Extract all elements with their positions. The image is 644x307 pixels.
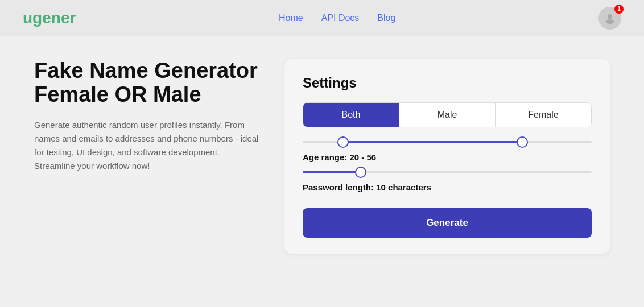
svg-point-1 [606,19,614,24]
password-range-thumb[interactable] [355,167,366,178]
age-range-slider-container [303,141,592,143]
generate-button[interactable]: Generate [303,208,592,238]
password-range-fill [303,171,361,173]
gender-male-button[interactable]: Male [399,103,496,127]
password-range-track [303,171,592,173]
main-content: Fake Name Generator Female OR Male Gener… [0,36,644,307]
nav-blog[interactable]: Blog [377,13,395,23]
hero-description: Generate authentic random user profiles … [34,118,262,173]
gender-female-button[interactable]: Female [496,103,591,127]
gender-both-button[interactable]: Both [303,103,399,127]
nav-api-docs[interactable]: API Docs [321,13,360,23]
hero-title: Fake Name Generator Female OR Male [34,59,262,107]
hero-section: Fake Name Generator Female OR Male Gener… [34,59,262,173]
nav-home[interactable]: Home [279,13,303,23]
password-length-slider-container [303,171,592,173]
age-range-label: Age range: 20 - 56 [303,152,592,162]
password-length-label: Password length: 10 characters [303,182,592,192]
settings-card: Settings Both Male Female Age range: 20 … [284,59,610,254]
avatar-wrapper[interactable]: 1 [598,7,621,30]
nav: Home API Docs Blog [279,13,395,23]
header: ugener Home API Docs Blog 1 [0,0,644,36]
settings-title: Settings [303,75,592,91]
age-range-fill [343,141,522,143]
logo: ugener [23,9,76,27]
svg-point-0 [608,14,612,19]
age-range-thumb-right[interactable] [517,136,528,148]
age-range-thumb-left[interactable] [337,136,349,148]
gender-button-group: Both Male Female [303,102,592,127]
notification-badge: 1 [614,5,624,14]
age-range-track [303,141,592,143]
